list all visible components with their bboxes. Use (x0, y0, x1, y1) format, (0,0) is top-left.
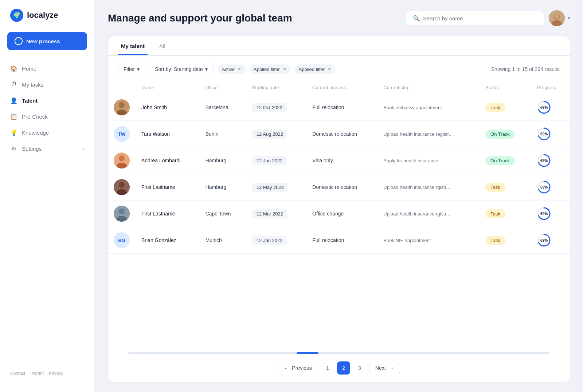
sidebar-nav: 🏠 Home ⏱ My tasks 👤 Talent 📋 Pre-Check 💡… (0, 60, 94, 157)
sidebar-item-talent[interactable]: 👤 Talent (0, 92, 94, 108)
step-cell: Apply for health insurance (377, 147, 480, 174)
sidebar-item-tasks-label: My tasks (22, 82, 43, 88)
avatar-cell (108, 94, 136, 121)
office-cell: Hamburg (200, 147, 246, 174)
progress-cell: 69% (531, 147, 570, 174)
process-cell: Full relocation (306, 94, 377, 121)
filter-tag-1-label: Applied filter (254, 67, 280, 72)
filter-button[interactable]: Filter ▾ (118, 63, 145, 75)
scroll-track (128, 352, 549, 354)
imprint-link[interactable]: Imprint (30, 371, 44, 376)
step-cell: Upload health insurance rgistr... (377, 201, 480, 227)
office-cell: Barcelona (200, 94, 246, 121)
tab-my-talent[interactable]: My talent (118, 36, 148, 55)
sidebar-item-home[interactable]: 🏠 Home (0, 60, 94, 76)
sidebar-item-my-tasks[interactable]: ⏱ My tasks (0, 76, 94, 92)
precheck-icon: 📋 (10, 113, 17, 120)
sidebar-item-settings[interactable]: ⚙ Settings › (0, 140, 94, 157)
status-cell: On Track (480, 121, 531, 147)
office-cell: Hamburg (200, 174, 246, 201)
name-cell: First Lastname (136, 201, 200, 227)
knowledge-icon: 💡 (10, 129, 17, 136)
svg-point-3 (554, 13, 559, 19)
logo-globe-icon: 🌍 (10, 9, 23, 22)
avatar-cell (108, 201, 136, 227)
col-avatar (108, 81, 136, 94)
sidebar-item-home-label: Home (22, 66, 36, 72)
progress-circle: 69% (537, 180, 551, 194)
filter-tag-active-remove[interactable]: ✕ (238, 67, 241, 72)
user-avatar (549, 10, 565, 26)
date-badge: 12 Jan 2022 (252, 236, 287, 245)
process-cell: Full relocation (306, 227, 377, 254)
status-badge: Task (485, 183, 505, 192)
progress-cell: 69% (531, 227, 570, 254)
top-bar: Manage and support your global team 🔍 (108, 10, 570, 26)
page-2[interactable]: 2 (337, 361, 350, 375)
col-starting-date: Starting date (246, 81, 306, 94)
search-input[interactable] (423, 15, 537, 21)
settings-left: ⚙ Settings (10, 145, 42, 152)
prev-arrow-icon: ← (284, 365, 289, 371)
date-cell: 12 Aug 2022 (246, 121, 306, 147)
avatar (114, 179, 130, 195)
sidebar-item-precheck-label: Pre-Check (22, 114, 48, 120)
svg-point-6 (119, 102, 125, 108)
search-box: 🔍 (406, 11, 544, 26)
talent-icon: 👤 (10, 97, 17, 104)
filter-tag-2-label: Applied filter (299, 67, 325, 72)
page-3[interactable]: 3 (353, 361, 366, 375)
col-process: Current process (306, 81, 377, 94)
prev-button[interactable]: ← Previous (278, 362, 318, 374)
avatar-cell: BG (108, 227, 136, 254)
progress-cell: 69% (531, 174, 570, 201)
table-row[interactable]: TW Tara Watson Berlin 12 Aug 2022 Domest… (108, 121, 570, 147)
filter-tag-1-remove[interactable]: ✕ (283, 67, 286, 72)
next-button[interactable]: Next → (369, 362, 400, 374)
status-cell: Task (480, 94, 531, 121)
filter-chevron-icon: ▾ (137, 66, 140, 72)
name-cell: Brian González (136, 227, 200, 254)
contact-link[interactable]: Contact (10, 371, 25, 376)
sidebar-item-pre-check[interactable]: 📋 Pre-Check (0, 108, 94, 124)
sidebar-item-settings-label: Settings (22, 146, 42, 152)
avatar-cell (108, 174, 136, 201)
date-badge: 12 Aug 2022 (252, 130, 287, 139)
filter-tag-2-remove[interactable]: ✕ (328, 67, 331, 72)
avatar: TW (114, 126, 130, 142)
sidebar-item-knowledge[interactable]: 💡 Knowledge (0, 124, 94, 140)
table-row[interactable]: John Smith Barcelona 12 Oct 2022 Full re… (108, 94, 570, 121)
date-cell: 12 Mar 2022 (246, 201, 306, 227)
filter-tag-1: Applied filter ✕ (249, 64, 291, 74)
date-badge: 12 Jun 2022 (252, 156, 287, 165)
filter-label: Filter (124, 66, 135, 72)
logo-text: localyze (27, 11, 58, 20)
sort-label: Sort by: Starting date (155, 66, 203, 72)
footer-links: Contact Imprint Privacy (0, 364, 94, 383)
scroll-thumb (297, 352, 318, 354)
tab-all[interactable]: All (156, 36, 168, 55)
next-arrow-icon: → (389, 365, 394, 371)
progress-circle: 69% (537, 127, 551, 141)
talent-table: Name Office Starting date Current proces… (108, 81, 570, 254)
avatar (114, 99, 130, 115)
new-process-button[interactable]: 👤 New process (7, 32, 87, 50)
step-cell: Upload health insurance rgistr... (377, 174, 480, 201)
user-menu[interactable]: ▾ (549, 10, 570, 26)
svg-point-13 (119, 155, 125, 161)
table-header: Name Office Starting date Current proces… (108, 81, 570, 94)
step-cell: Upload health insurance registr... (377, 121, 480, 147)
privacy-link[interactable]: Privacy (49, 371, 63, 376)
status-badge: On Track (485, 130, 515, 139)
table-row[interactable]: First Lastname Cape Town 12 Mar 2022 Off… (108, 201, 570, 227)
table-row[interactable]: Andrea Lombardi Hamburg 12 Jun 2022 Visa… (108, 147, 570, 174)
sort-button[interactable]: Sort by: Starting date ▾ (149, 63, 214, 75)
table-row[interactable]: First Lastname Hamburg 12 May 2022 Domes… (108, 174, 570, 201)
status-badge: On Track (485, 156, 515, 165)
avatar (114, 153, 130, 169)
date-badge: 12 Oct 2022 (252, 103, 287, 112)
table-row[interactable]: BG Brian González Munich 12 Jan 2022 Ful… (108, 227, 570, 254)
process-cell: Domestic relocation (306, 121, 377, 147)
avatar-cell (108, 147, 136, 174)
page-1[interactable]: 1 (321, 361, 334, 375)
